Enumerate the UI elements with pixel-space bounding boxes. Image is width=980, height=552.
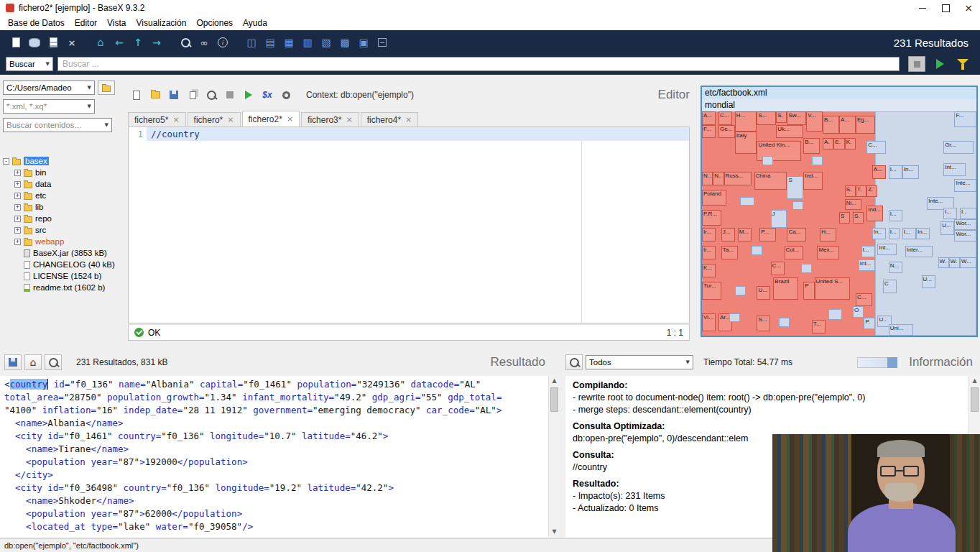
view-editor-button[interactable]: ◫ — [243, 34, 260, 51]
map-tile[interactable] — [740, 197, 754, 206]
tree-expander-icon[interactable]: + — [14, 193, 21, 199]
tab-close-icon[interactable]: × — [172, 115, 179, 124]
map-tile-w[interactable]: W... — [960, 257, 976, 269]
tree-item-readme-txt-1602-b[interactable]: readme.txt (1602 b) — [3, 282, 119, 293]
map-tile-eg[interactable]: Eg... — [856, 116, 875, 134]
tree-item-changelog-40-kb[interactable]: CHANGELOG (40 kB) — [3, 259, 119, 270]
view-tree-button[interactable]: ▣ — [355, 34, 372, 51]
map-tile-s[interactable]: S — [839, 212, 850, 224]
tree-expander-icon[interactable]: + — [14, 170, 21, 176]
map-tile-c[interactable]: C — [883, 280, 897, 293]
tree-item-basex-jar-3853-kb[interactable]: BaseX.jar (3853 kB) — [3, 247, 119, 259]
map-tile-v[interactable]: V... — [806, 111, 823, 132]
map-tile-i[interactable]: I... — [902, 228, 916, 239]
map-tile-n[interactable]: N... — [889, 262, 902, 273]
map-tile-c[interactable]: C... — [866, 141, 886, 155]
tree-item-data[interactable]: +data — [3, 178, 119, 190]
map-tile-c[interactable]: C... — [856, 293, 872, 307]
find-button[interactable] — [203, 86, 220, 104]
map-tile[interactable] — [735, 286, 746, 295]
close-database-button[interactable]: × — [63, 34, 80, 51]
map-tile-p-r[interactable]: P.R... — [702, 210, 721, 226]
forward-button[interactable]: → — [148, 34, 165, 51]
map-tile-int[interactable]: Int... — [943, 163, 966, 177]
tree-item-repo[interactable]: +repo — [3, 213, 119, 224]
tree-item-basex[interactable]: -basex — [3, 155, 119, 167]
xquery-button[interactable]: $x — [259, 86, 276, 104]
zoom-button[interactable] — [177, 34, 194, 51]
map-tile-russ[interactable]: Russ... — [724, 172, 752, 185]
map-tile-a[interactable]: A... — [872, 165, 886, 179]
treemap[interactable]: A...C...F...Ge...H...S...S.Sw...V...Uk..… — [702, 111, 976, 336]
map-tile-gr[interactable]: Gr... — [943, 141, 974, 155]
map-tile-in[interactable]: In.. — [872, 228, 886, 239]
map-tile-vi[interactable]: Vi... — [702, 313, 716, 331]
tab-close-icon[interactable]: × — [227, 115, 234, 124]
map-tile-i[interactable]: I... — [889, 165, 902, 179]
map-tile-j[interactable]: J — [771, 210, 787, 228]
tab-fichero3[interactable]: fichero3*× — [301, 112, 359, 126]
map-tile-p[interactable]: P... — [759, 228, 776, 242]
home-button[interactable]: ⌂ — [92, 34, 109, 51]
new-database-button[interactable] — [7, 34, 24, 51]
new-file-button[interactable] — [128, 86, 145, 104]
menu-item-opciones[interactable]: Opciones — [191, 17, 238, 29]
map-tile-w[interactable]: W. — [938, 257, 949, 269]
map-tile-i[interactable]: I... — [889, 210, 902, 221]
search-mode-combo[interactable]: Buscar ▼ — [6, 57, 53, 71]
tree-item-etc[interactable]: +etc — [3, 190, 119, 201]
tree-expander-icon[interactable]: + — [14, 204, 21, 211]
map-tile-s[interactable]: S. — [845, 185, 856, 197]
map-tile-h[interactable]: H... — [735, 111, 757, 132]
map-tile-f[interactable]: F... — [954, 111, 976, 127]
map-tile-s[interactable]: S — [787, 176, 803, 198]
scroll-up-icon[interactable]: ▲ — [969, 376, 980, 386]
map-tile[interactable] — [792, 201, 803, 210]
menu-item-ayuda[interactable]: Ayuda — [238, 17, 272, 29]
map-tile-m[interactable]: M... — [738, 228, 752, 242]
tree-expander-icon[interactable]: - — [3, 158, 9, 165]
map-tile[interactable] — [762, 156, 773, 165]
map-tile-ind[interactable]: Ind... — [803, 172, 823, 190]
map-tile-u[interactable]: U... — [922, 275, 935, 289]
map-tile-i[interactable]: I... — [889, 228, 900, 239]
map-tile-f[interactable]: F... — [702, 125, 716, 139]
tab-close-icon[interactable]: × — [405, 115, 412, 124]
tree-expander-icon[interactable]: + — [14, 239, 21, 245]
tab-fichero5[interactable]: fichero5*× — [128, 112, 186, 126]
map-tile-a[interactable]: A... — [839, 116, 856, 134]
stop-search-button[interactable] — [908, 56, 925, 72]
map-tile-p[interactable]: P — [803, 282, 814, 300]
map-tile-b[interactable]: B... — [803, 138, 820, 154]
scrollbar-thumb[interactable] — [550, 387, 558, 412]
tab-close-icon[interactable]: × — [287, 114, 293, 124]
map-tile-ind[interactable]: Ind... — [866, 206, 883, 221]
minimize-button[interactable] — [911, 0, 934, 16]
map-tile[interactable] — [801, 264, 812, 272]
map-tile-j[interactable]: J... — [721, 228, 735, 242]
map-tile-int[interactable]: Int... — [859, 259, 875, 271]
code-line[interactable]: 1 //country — [129, 127, 689, 141]
map-tile-e[interactable]: E. — [833, 138, 844, 150]
tree-item-webapp[interactable]: +webapp — [3, 236, 119, 247]
menu-item-base-de-datos[interactable]: Base de Datos — [3, 17, 70, 29]
map-tile-a[interactable]: A... — [702, 111, 716, 125]
result-scrollbar[interactable]: ▲ ▼ — [548, 376, 560, 537]
info-filter-combo[interactable]: Todos ▼ — [586, 355, 693, 369]
tree-item-src[interactable]: +src — [3, 224, 119, 236]
map-tile-italy[interactable]: Italy — [735, 132, 757, 154]
panel-collapse-button[interactable]: − — [374, 34, 391, 51]
map-tile-mex[interactable]: Mex... — [817, 246, 839, 259]
browse-folder-button[interactable] — [98, 80, 115, 95]
info-button[interactable]: i — [214, 34, 231, 51]
map-tile-c[interactable]: C... — [771, 262, 785, 275]
map-tile-w[interactable]: W. — [949, 257, 960, 269]
map-tile-united-s[interactable]: United S... — [815, 277, 851, 300]
map-tile-in[interactable]: In... — [916, 228, 930, 239]
map-tile-b[interactable]: B... — [823, 116, 839, 134]
map-tile-in[interactable]: In... — [902, 165, 919, 179]
map-tile[interactable] — [779, 318, 790, 326]
map-tile-s[interactable]: S. — [853, 212, 864, 224]
menu-item-vista[interactable]: Vista — [102, 17, 131, 29]
back-button[interactable]: ← — [111, 34, 128, 51]
